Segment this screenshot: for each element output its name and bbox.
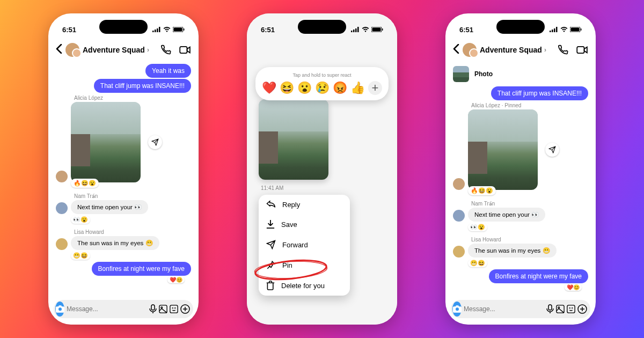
sender-label: Nam Trần <box>74 193 191 199</box>
received-message-photo[interactable]: 🔥😆😮 <box>56 102 191 182</box>
svg-rect-23 <box>552 30 553 32</box>
svg-rect-3 <box>159 27 160 32</box>
menu-item-forward[interactable]: Forward <box>259 234 350 255</box>
avatar[interactable] <box>56 202 68 214</box>
group-avatar[interactable] <box>463 43 477 57</box>
gallery-icon[interactable] <box>159 304 167 314</box>
reaction-badge[interactable]: 🔥😆😮 <box>468 186 496 195</box>
chat-title[interactable]: Adventure Squad › <box>83 46 152 54</box>
photo-attachment[interactable] <box>468 109 538 190</box>
menu-item-pin[interactable]: Pin <box>259 255 350 275</box>
received-message[interactable]: The sun was in my eyes 😬 <box>56 236 191 250</box>
reaction-picker: Tap and hold to super react ❤️ 😆 😮 😢 😡 👍… <box>255 67 389 100</box>
battery-icon <box>570 27 582 32</box>
message-list[interactable]: Photo That cliff jump was INSANE!!! Alic… <box>445 63 596 298</box>
phone-chat-after-pin: 6:51 Adventure Squad › Photo That cliff … <box>445 13 596 325</box>
reaction-badge[interactable]: ❤️😊 <box>565 284 582 291</box>
video-icon[interactable] <box>576 44 588 56</box>
chat-header: Adventure Squad › <box>445 38 596 62</box>
message-timestamp: 11:41 AM <box>261 185 283 191</box>
back-icon[interactable] <box>453 44 459 56</box>
video-icon[interactable] <box>179 44 191 56</box>
camera-icon[interactable] <box>55 302 64 317</box>
sent-message[interactable]: Yeah it was <box>145 64 191 78</box>
received-message[interactable]: Next time open your 👀 <box>56 200 191 214</box>
sent-message[interactable]: That cliff jump was INSANE!!! <box>491 86 588 100</box>
selected-photo <box>259 99 328 180</box>
react-angry[interactable]: 😡 <box>333 81 347 95</box>
status-time: 6:51 <box>62 26 76 34</box>
photo-attachment[interactable] <box>71 102 141 182</box>
avatar[interactable] <box>453 246 465 258</box>
share-icon[interactable] <box>545 143 559 157</box>
chat-title[interactable]: Adventure Squad › <box>480 46 550 54</box>
message-input[interactable] <box>464 305 544 313</box>
message-input[interactable] <box>67 305 147 313</box>
svg-rect-8 <box>151 305 155 310</box>
svg-rect-21 <box>382 28 383 31</box>
wifi-icon <box>560 27 568 32</box>
camera-icon[interactable] <box>452 302 462 317</box>
received-message[interactable]: Next time open your 👀 <box>453 208 588 222</box>
react-sad[interactable]: 😢 <box>315 81 330 95</box>
add-icon[interactable] <box>577 304 587 314</box>
sent-message[interactable]: Bonfires at night were my fave ❤️😊 <box>489 269 588 291</box>
composer <box>54 300 193 318</box>
svg-rect-15 <box>351 31 353 32</box>
svg-point-13 <box>175 308 175 308</box>
share-icon[interactable] <box>148 135 162 149</box>
react-thumbsup[interactable]: 👍 <box>350 81 365 95</box>
phone-chat-before: 6:51 Adventure Squad › Yeah it was That … <box>48 13 199 325</box>
pinned-banner[interactable]: Photo <box>453 64 588 86</box>
sent-message[interactable]: That cliff jump was INSANE!!! <box>94 79 191 93</box>
react-wow[interactable]: 😮 <box>297 81 312 95</box>
react-heart[interactable]: ❤️ <box>262 81 276 95</box>
svg-point-35 <box>572 308 573 308</box>
avatar[interactable] <box>453 210 465 222</box>
menu-item-delete[interactable]: Delete for you <box>259 275 350 296</box>
call-icon[interactable] <box>160 44 172 56</box>
received-message-photo[interactable]: 🔥😆😮 <box>453 109 588 190</box>
gallery-icon[interactable] <box>556 304 565 314</box>
mic-icon[interactable] <box>149 304 157 314</box>
svg-rect-18 <box>357 27 359 32</box>
menu-item-reply[interactable]: Reply <box>259 195 350 214</box>
battery-icon <box>371 27 383 32</box>
sticker-icon[interactable] <box>567 304 575 314</box>
avatar[interactable] <box>56 238 68 250</box>
sent-message[interactable]: Bonfires at night were my fave ❤️😊 <box>92 262 191 283</box>
group-avatar[interactable] <box>65 43 79 57</box>
reaction-badge[interactable]: 😬😆 <box>71 252 90 260</box>
sender-label: Alicia López · Pinned <box>471 102 588 108</box>
reaction-badge[interactable]: 👀😮 <box>71 216 90 224</box>
svg-rect-17 <box>355 28 357 32</box>
call-icon[interactable] <box>557 44 569 56</box>
sticker-icon[interactable] <box>170 304 178 314</box>
react-more-icon[interactable]: + <box>368 81 382 95</box>
avatar[interactable] <box>453 178 465 190</box>
svg-rect-5 <box>174 28 182 32</box>
sender-label: Nam Trần <box>471 201 588 207</box>
mic-icon[interactable] <box>546 304 554 314</box>
svg-rect-20 <box>372 28 381 32</box>
reaction-hint: Tap and hold to super react <box>260 72 384 78</box>
reaction-badge[interactable]: 👀😮 <box>468 223 487 231</box>
pinned-label: Photo <box>474 70 493 78</box>
reaction-badge[interactable]: 😬😆 <box>468 259 487 267</box>
status-indicators <box>351 27 383 32</box>
reaction-badge[interactable]: 🔥😆😮 <box>71 179 99 188</box>
pinned-thumbnail <box>453 66 469 82</box>
message-list[interactable]: Yeah it was That cliff jump was INSANE!!… <box>48 63 199 298</box>
react-laugh[interactable]: 😆 <box>280 81 294 95</box>
add-icon[interactable] <box>180 304 190 314</box>
forward-icon <box>266 240 276 249</box>
wifi-icon <box>163 27 171 32</box>
avatar[interactable] <box>56 171 68 182</box>
menu-item-save[interactable]: Save <box>259 214 350 234</box>
signal-icon <box>351 27 360 32</box>
received-message[interactable]: The sun was in my eyes 😬 <box>453 244 588 258</box>
reaction-badge[interactable]: ❤️😊 <box>167 276 185 283</box>
svg-rect-29 <box>577 47 584 53</box>
notch <box>99 20 148 34</box>
back-icon[interactable] <box>56 44 62 56</box>
